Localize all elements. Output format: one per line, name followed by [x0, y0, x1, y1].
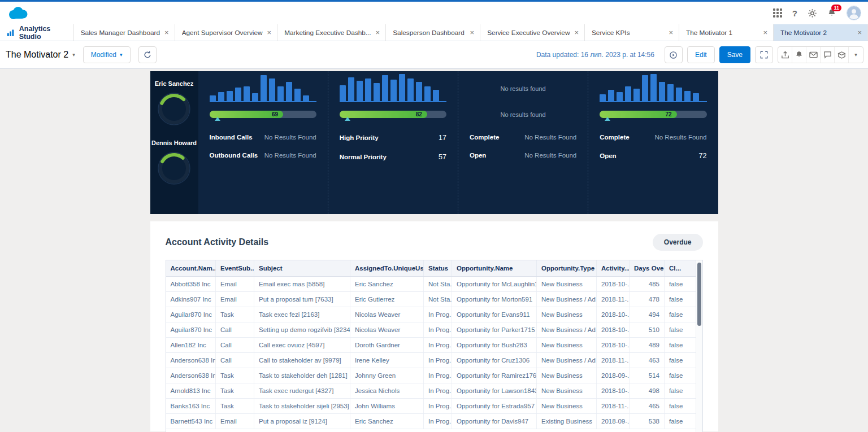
avatar[interactable] — [847, 6, 861, 20]
more-actions-button[interactable]: ▾ — [849, 47, 863, 63]
share-button[interactable] — [778, 47, 792, 63]
close-icon[interactable]: × — [763, 28, 767, 37]
help-icon[interactable]: ? — [792, 8, 797, 18]
refresh-icon — [144, 51, 151, 59]
annotations-button[interactable] — [821, 47, 835, 63]
table-cell: Call exec ovuoz [4597] — [254, 338, 350, 353]
bar-chart[interactable] — [340, 75, 446, 102]
column-header[interactable]: Status — [424, 260, 452, 277]
gauge[interactable]: 69 — [210, 111, 316, 118]
radial-gauge[interactable] — [156, 150, 192, 186]
table-cell: Call — [216, 338, 254, 353]
column-header[interactable]: Days Ove... — [630, 260, 665, 277]
metric-label: Inbound Calls — [210, 134, 253, 141]
table-row[interactable]: Adkins907 IncEmailPut a proposal tum [76… — [166, 292, 697, 307]
notification-bell-icon[interactable]: 11 — [827, 8, 836, 18]
column-header[interactable]: Opportunity.Type — [537, 260, 597, 277]
overdue-filter-button[interactable]: Overdue — [653, 234, 703, 251]
table-cell: 2018-11-... — [597, 353, 630, 368]
expand-icon — [760, 51, 768, 59]
close-icon[interactable]: × — [574, 28, 579, 37]
table-cell: New Business — [537, 368, 597, 383]
bar — [633, 89, 640, 101]
tab-marketing-executive-dashboard[interactable]: Marketing Executive Dashb... × — [277, 24, 386, 41]
table-row[interactable]: Anderson638 IncCallCall to stakeholder a… — [166, 353, 697, 368]
bar — [277, 86, 284, 101]
tab-the-motivator-1[interactable]: The Motivator 1 × — [679, 24, 774, 41]
table-scrollbar[interactable]: ▼ — [696, 260, 702, 432]
tab-label: Agent Supervisor Overview — [182, 29, 263, 37]
salesforce-logo[interactable] — [7, 6, 29, 21]
page-title[interactable]: The Motivator 2 ▾ — [6, 50, 75, 60]
table-row[interactable]: Abbott358 IncEmailEmail exec mas [5858]E… — [166, 277, 697, 292]
table-row[interactable]: Allen182 IncCallCall exec ovuoz [4597]Do… — [166, 338, 697, 353]
close-icon[interactable]: × — [470, 28, 475, 37]
package-button[interactable] — [835, 47, 849, 63]
table-cell: Anderson638 Inc — [166, 368, 216, 383]
column-header[interactable]: Cl... — [665, 260, 697, 277]
close-icon[interactable]: × — [376, 28, 380, 37]
radial-gauge[interactable] — [156, 91, 192, 127]
tab-service-executive-overview[interactable]: Service Executive Overview × — [480, 24, 585, 41]
table-cell: false — [665, 338, 697, 353]
gauge[interactable]: 82 — [340, 111, 446, 118]
table-row[interactable]: Arnold813 IncTaskTask exec rudergut [432… — [166, 383, 697, 399]
metric-label: Outbound Calls — [210, 152, 258, 159]
tab-analytics-studio[interactable]: Analytics Studio — [0, 24, 74, 41]
table-row[interactable]: Banks163 IncTaskTask to stakeholder sije… — [166, 399, 697, 414]
email-button[interactable] — [806, 47, 821, 63]
kpi-section-priority: 82 High Priority 17 Normal Priority 57 — [328, 71, 458, 214]
bar-chart[interactable] — [600, 75, 706, 102]
column-header[interactable]: AssignedTo.UniqueUserN... — [350, 260, 424, 277]
tab-service-kpis[interactable]: Service KPIs × — [585, 24, 679, 41]
bar — [218, 92, 224, 101]
column-header[interactable]: Opportunity.Name — [452, 260, 537, 277]
table-cell: New Business — [537, 338, 597, 353]
table-cell: Irene Kelley — [350, 353, 424, 368]
edit-button[interactable]: Edit — [687, 46, 715, 63]
tab-the-motivator-2[interactable]: The Motivator 2 × — [774, 24, 868, 41]
column-header[interactable]: Account.Nam... — [166, 260, 216, 277]
fullscreen-button[interactable] — [755, 46, 773, 63]
metric-list: Complete No Results Found Open No Result… — [470, 134, 576, 159]
bar-chart[interactable] — [210, 75, 316, 102]
app-launcher-icon[interactable] — [773, 8, 782, 18]
table-cell: Opportunity for Cruz1306 — [452, 353, 537, 368]
gauge[interactable]: 72 — [600, 111, 706, 118]
table-cell: Nicolas Weaver — [350, 322, 424, 338]
close-icon[interactable]: × — [669, 28, 673, 37]
modified-state-button[interactable]: Modified ▾ — [83, 46, 131, 63]
present-button[interactable] — [665, 46, 683, 63]
table-cell: Doroth Gardner — [350, 338, 424, 353]
table-cell: Opportunity for Morton591 — [452, 292, 537, 307]
scrollbar-thumb[interactable] — [697, 263, 701, 326]
table-cell: Aguilar870 Inc — [166, 307, 216, 322]
tab-sales-manager-dashboard[interactable]: Sales Manager Dashboard × — [74, 24, 175, 41]
settings-gear-icon[interactable] — [808, 8, 817, 18]
refresh-button[interactable] — [138, 46, 157, 63]
column-header[interactable]: Activity... — [597, 260, 630, 277]
table-cell: 2018-09-... — [597, 368, 630, 383]
table-cell: Put a proposal iz [9124] — [254, 414, 350, 429]
table-cell: New Business / Ad... — [537, 322, 597, 338]
save-button-label: Save — [727, 51, 743, 59]
tab-agent-supervisor-overview[interactable]: Agent Supervisor Overview × — [175, 24, 278, 41]
close-icon[interactable]: × — [857, 28, 862, 37]
metric-row: High Priority 17 — [340, 134, 446, 142]
save-button[interactable]: Save — [719, 46, 750, 63]
subscribe-button[interactable] — [792, 47, 806, 63]
tab-salesperson-dashboard[interactable]: Salesperson Dashboard × — [386, 24, 480, 41]
table-row[interactable]: Anderson638 IncTaskTask to stakeholder d… — [166, 368, 697, 383]
metric-value: No Results Found — [524, 152, 576, 159]
bar-chart-icon — [7, 29, 15, 37]
gauge-fill: 69 — [210, 111, 284, 118]
close-icon[interactable]: × — [267, 28, 272, 37]
column-header[interactable]: Subject — [254, 260, 350, 277]
table-row[interactable]: Aguilar870 IncTaskTask exec fezi [2163]N… — [166, 307, 697, 322]
table-cell: 510 — [630, 322, 665, 338]
table-row[interactable]: Aguilar870 IncCallSetting up demo rogzif… — [166, 322, 697, 338]
column-header[interactable]: EventSub... — [216, 260, 254, 277]
table-row[interactable]: Barnett543 IncEmailPut a proposal iz [91… — [166, 414, 697, 429]
empty-state-text: No results found — [470, 111, 576, 118]
close-icon[interactable]: × — [164, 28, 169, 37]
